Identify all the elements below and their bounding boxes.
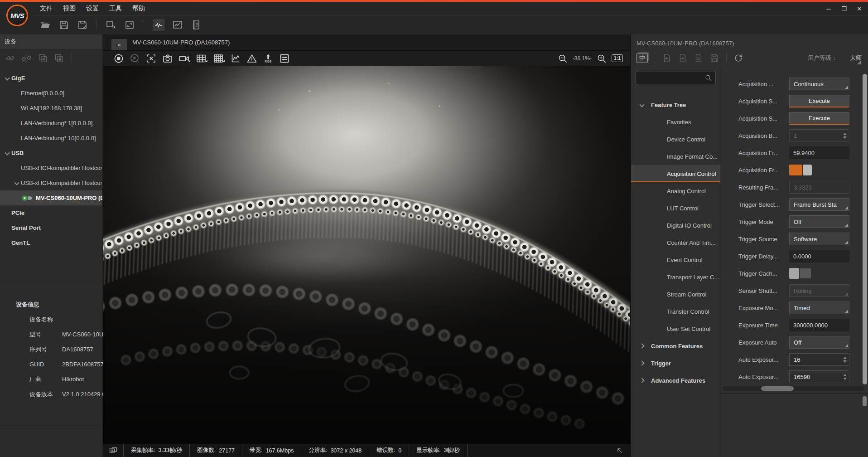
device-tree-row[interactable]: MV-CS060-10UM-PRO (D... [0,190,102,205]
feature-tree-row[interactable]: Common Features [631,337,720,355]
device-tree-row[interactable]: WLAN[192.168.178.38] [0,101,102,116]
device-tree-row[interactable]: GigE [0,71,102,86]
property-input[interactable]: 0.0000 [789,250,849,263]
spinner-arrows[interactable] [843,371,847,383]
chevron-icon[interactable] [655,292,667,297]
chevron-icon[interactable] [639,102,651,107]
spinner-arrows[interactable] [843,130,847,141]
feature-tree-row[interactable]: Trigger [631,355,720,372]
chevron-icon[interactable] [655,137,667,142]
feature-tree-row[interactable]: Analog Control [631,182,720,199]
device-tree-row[interactable]: USB [0,146,102,160]
feature-document-icon[interactable] [694,53,704,63]
start-once-button[interactable]: 1 [130,53,140,64]
execute-button[interactable]: Execute [789,112,849,125]
start-all-acquisition-icon[interactable] [38,53,48,63]
chevron-icon[interactable] [14,106,21,111]
chevron-icon[interactable] [655,223,667,228]
feature-tree-row[interactable]: Stream Control [631,286,720,303]
feature-tree-row[interactable]: Device Control [631,131,720,148]
display-layout-icon[interactable] [109,446,118,455]
chevron-icon[interactable] [655,326,667,331]
chevron-icon[interactable] [639,378,651,383]
feature-tree-row[interactable]: User Set Control [631,320,720,337]
collapse-sidebar-button[interactable]: « [111,39,127,50]
feature-tree-row[interactable]: Image Format Co... [631,148,720,165]
device-tree-row[interactable]: Ethernet[0.0.0.0] [0,86,102,101]
connect-device-icon[interactable] [5,53,15,63]
device-tree-row[interactable]: USB-xHCI-kompatibler Hostcont... [0,160,102,175]
language-toggle-icon[interactable]: 中 [637,53,648,63]
property-select[interactable]: Rolling [789,284,849,297]
device-tree-row[interactable]: Serial Port [0,220,102,235]
property-select[interactable]: Frame Burst Sta [789,198,849,211]
feature-tree-row[interactable]: Counter And Tim... [631,234,720,251]
feature-tree-row[interactable]: Favorites [631,113,720,131]
save-as-icon[interactable] [77,19,88,30]
feature-search-input[interactable] [636,72,716,84]
chevron-icon[interactable] [655,240,667,245]
feature-tree-row[interactable]: Transport Layer C... [631,268,720,286]
chevron-icon[interactable] [655,309,667,314]
property-select[interactable]: Off [789,336,849,349]
zoom-out-icon[interactable] [558,53,568,63]
property-toggle[interactable] [789,268,813,279]
device-tree-row[interactable]: USB-xHCI-kompatibler Hostcont... [0,175,102,190]
restore-button[interactable]: ❐ [836,2,852,15]
chevron-icon[interactable] [5,225,11,230]
chevron-icon[interactable] [655,189,667,194]
menu-item[interactable]: 工具 [109,5,122,13]
menu-item[interactable]: 视图 [63,5,76,13]
feature-tree-row[interactable]: Acquisition Control [631,165,720,182]
property-select[interactable]: Continuous [789,78,849,90]
crosshair-grid-button[interactable] [213,53,225,64]
save-config-icon[interactable] [709,53,719,63]
feature-tree-row[interactable]: Advanced Features [631,372,720,389]
property-toggle[interactable] [789,165,813,175]
chevron-icon[interactable] [655,206,667,211]
chevron-icon[interactable] [14,136,21,141]
import-config-icon[interactable] [662,53,672,63]
feature-tree-row[interactable]: Digital IO Control [631,217,720,234]
feature-tree-row[interactable]: LUT Control [631,199,720,217]
chevron-icon[interactable] [5,240,11,245]
histogram-button[interactable] [230,53,241,64]
property-select[interactable]: Timed [789,301,849,314]
chevron-icon[interactable] [655,120,667,125]
close-button[interactable]: ✕ [852,2,867,15]
grid-overlay-button[interactable] [196,53,207,64]
stop-acquisition-button[interactable] [113,53,124,64]
execute-button[interactable]: Execute [789,95,849,107]
export-config-icon[interactable] [678,53,688,63]
pause-all-acquisition-icon[interactable] [54,53,64,63]
description-scrollbar[interactable] [863,396,867,406]
chevron-icon[interactable] [5,76,11,81]
property-spinner[interactable]: 16590 [789,370,849,383]
minimize-button[interactable]: ─ [821,2,836,15]
pointer-arrow-icon[interactable] [616,447,624,455]
property-input[interactable]: 59.9400 [789,146,849,159]
chevron-icon[interactable] [655,275,667,280]
save-icon[interactable] [58,19,69,30]
image-statistics-icon[interactable] [172,19,183,30]
chevron-icon[interactable] [655,258,667,263]
open-image-icon[interactable] [40,19,51,30]
device-tree-row[interactable]: GenTL [0,235,102,250]
device-tree-row[interactable]: PCIe [0,205,102,220]
feature-tree-row[interactable]: Transfer Control [631,303,720,320]
record-button[interactable] [178,53,190,64]
actual-size-button[interactable]: 1:1 [612,54,623,63]
chevron-icon[interactable] [655,171,667,176]
menu-item[interactable]: 设置 [86,5,99,13]
property-spinner[interactable]: 1 [789,129,849,142]
user-level-control[interactable]: 用户等级： 大师 [808,54,862,62]
rgb-histogram-button[interactable]: RGB [263,53,274,63]
disconnect-device-icon[interactable] [22,53,31,63]
chevron-icon[interactable] [14,121,21,126]
feature-tree-row[interactable]: Feature Tree [631,96,720,113]
view-tab-title[interactable]: MV-CS060-10UM-PRO (DA1608757) [132,39,230,46]
chevron-icon[interactable] [14,165,21,170]
vertical-scrollbar[interactable] [863,74,867,384]
window-layout-icon[interactable] [124,19,135,30]
property-select[interactable]: Software [789,233,849,245]
